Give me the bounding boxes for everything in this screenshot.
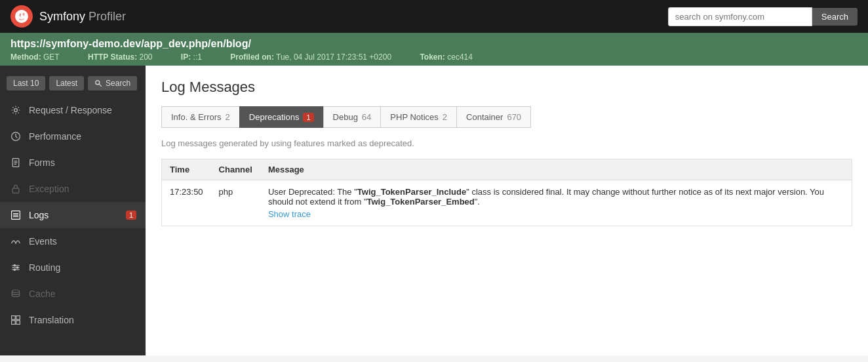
svg-rect-22 <box>12 321 16 325</box>
search-button[interactable]: Search <box>88 76 137 90</box>
url-bar: https://symfony-demo.dev/app_dev.php/en/… <box>0 33 868 66</box>
show-trace-link[interactable]: Show trace <box>268 209 844 219</box>
header-search: Search <box>668 7 858 26</box>
header: Symfony Profiler Search <box>0 0 868 33</box>
list-icon <box>9 209 22 222</box>
sidebar-item-forms[interactable]: Forms <box>0 150 146 176</box>
svg-rect-20 <box>12 316 16 320</box>
tab-info-errors[interactable]: Info. & Errors 2 <box>161 106 239 128</box>
symfony-logo <box>10 5 33 28</box>
sidebar-item-exception: Exception <box>0 176 146 202</box>
tab-deprecations[interactable]: Deprecations 1 <box>239 106 323 128</box>
tab-description: Log messages generated by using features… <box>161 138 852 148</box>
sidebar-item-label: Translation <box>29 315 74 325</box>
sidebar-item-label: Exception <box>29 184 69 194</box>
sidebar-item-label: Routing <box>29 262 60 273</box>
header-title: Symfony Profiler <box>39 10 126 24</box>
sidebar-item-routing[interactable]: Routing <box>0 254 146 281</box>
events-icon <box>9 235 22 248</box>
sidebar-item-translation[interactable]: Translation <box>0 307 146 333</box>
svg-point-19 <box>12 290 19 292</box>
svg-rect-23 <box>16 321 20 325</box>
request-meta: Method: GET HTTP Status: 200 IP: ::1 Pro… <box>10 52 858 62</box>
log-table: Time Channel Message 17:23:50 php User D… <box>161 159 852 226</box>
sidebar-item-performance[interactable]: Performance <box>0 123 146 150</box>
routing-icon <box>9 261 22 274</box>
sidebar-item-label: Performance <box>29 131 81 142</box>
sidebar-item-cache: Cache <box>0 281 146 307</box>
layout: Last 10 Latest Search Request / Response <box>0 66 868 355</box>
tab-container[interactable]: Container 670 <box>456 106 531 128</box>
symfony-search-input[interactable] <box>668 7 812 26</box>
svg-line-1 <box>99 84 102 87</box>
lock-icon <box>9 182 22 195</box>
log-time: 17:23:50 <box>162 180 211 226</box>
profiled-label: Profiled on: Tue, 04 Jul 2017 17:23:51 +… <box>230 52 404 62</box>
clock-icon <box>9 130 22 143</box>
request-url: https://symfony-demo.dev/app_dev.php/en/… <box>10 38 858 50</box>
method-label: Method: GET <box>10 52 73 62</box>
svg-point-0 <box>96 81 100 85</box>
sidebar-item-label: Cache <box>29 289 55 299</box>
settings-icon <box>9 104 22 117</box>
log-tabs: Info. & Errors 2 Deprecations 1 Debug 64… <box>161 106 852 128</box>
col-channel: Channel <box>211 159 260 180</box>
col-message: Message <box>260 159 852 180</box>
svg-rect-8 <box>12 188 19 193</box>
cache-icon <box>9 287 22 300</box>
header-left: Symfony Profiler <box>10 5 126 28</box>
log-channel: php <box>211 180 260 226</box>
sidebar-item-events[interactable]: Events <box>0 228 146 254</box>
sidebar: Last 10 Latest Search Request / Response <box>0 66 146 355</box>
col-time: Time <box>162 159 211 180</box>
last10-button[interactable]: Last 10 <box>7 76 45 90</box>
symfony-search-button[interactable]: Search <box>812 8 858 26</box>
page-title: Log Messages <box>161 79 852 96</box>
sidebar-item-logs[interactable]: Logs 1 <box>0 202 146 228</box>
svg-rect-21 <box>16 316 20 320</box>
token-label: Token: cec414 <box>420 52 486 62</box>
svg-point-16 <box>14 265 15 266</box>
log-message: User Deprecated: The "Twig_TokenParser_I… <box>260 180 852 226</box>
status-label: HTTP Status: 200 <box>88 52 166 62</box>
svg-point-2 <box>14 109 18 112</box>
main-content: Log Messages Info. & Errors 2 Deprecatio… <box>146 66 868 355</box>
ip-label: IP: ::1 <box>181 52 215 62</box>
latest-button[interactable]: Latest <box>49 76 84 90</box>
table-row: 17:23:50 php User Deprecated: The "Twig_… <box>162 180 852 226</box>
tab-debug[interactable]: Debug 64 <box>323 106 381 128</box>
sidebar-toolbar: Last 10 Latest Search <box>0 71 146 97</box>
file-icon <box>9 156 22 169</box>
sidebar-item-request-response[interactable]: Request / Response <box>0 97 146 123</box>
sidebar-item-label: Logs <box>29 210 49 220</box>
translation-icon <box>9 313 22 327</box>
sidebar-item-label: Forms <box>29 157 55 168</box>
tab-php-notices[interactable]: PHP Notices 2 <box>380 106 456 128</box>
sidebar-item-label: Events <box>29 236 57 247</box>
search-icon <box>94 79 102 87</box>
sidebar-item-label: Request / Response <box>29 105 112 115</box>
logs-badge: 1 <box>126 211 136 220</box>
svg-point-18 <box>14 269 15 270</box>
svg-point-17 <box>16 267 18 268</box>
